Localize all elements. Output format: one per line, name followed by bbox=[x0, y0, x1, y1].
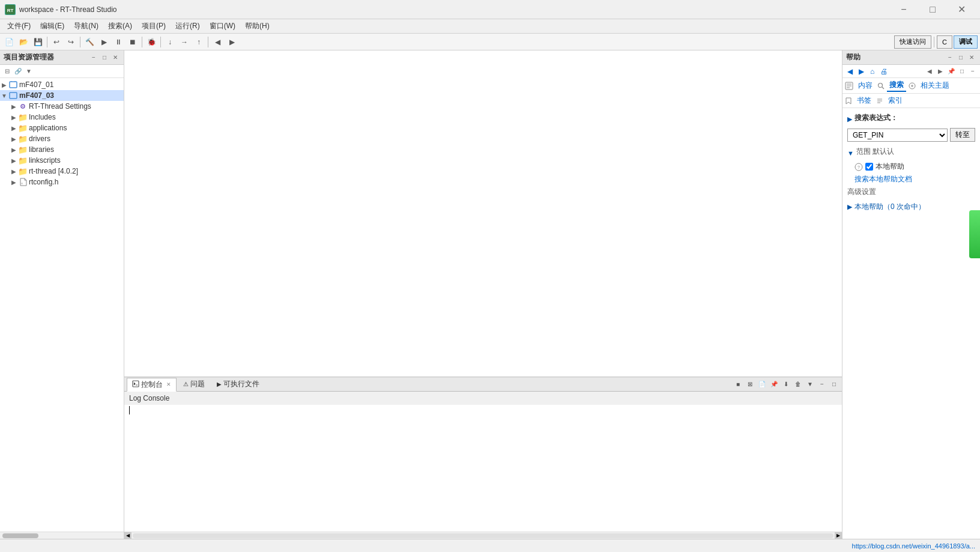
menu-edit[interactable]: 编辑(E) bbox=[35, 20, 69, 32]
console-hscroll-right[interactable]: ▶ bbox=[835, 532, 842, 539]
expand-icon-applications[interactable]: ▶ bbox=[10, 124, 18, 132]
expand-icon-includes[interactable]: ▶ bbox=[10, 113, 18, 121]
expand-icon-mf407_03[interactable]: ▼ bbox=[0, 91, 8, 100]
toolbar-step-out[interactable]: ↑ bbox=[192, 35, 205, 49]
maximize-button[interactable]: □ bbox=[919, 0, 946, 19]
panel-maximize[interactable]: □ bbox=[100, 53, 109, 62]
expand-icon-rtconfig[interactable]: ▶ bbox=[10, 178, 18, 186]
log-content-area[interactable] bbox=[124, 405, 842, 532]
console-minimize[interactable]: − bbox=[817, 379, 827, 390]
expand-icon-drivers[interactable]: ▶ bbox=[10, 135, 18, 143]
tab-console-close[interactable]: ✕ bbox=[166, 381, 171, 387]
help-nav-print[interactable]: 🖨 bbox=[878, 67, 890, 76]
toolbar-pause[interactable]: ⏸ bbox=[112, 35, 125, 49]
console-maximize[interactable]: □ bbox=[829, 379, 839, 390]
close-button[interactable]: ✕ bbox=[948, 0, 975, 19]
tree-item-rt-settings[interactable]: ▶ RT-Thread Settings bbox=[0, 101, 124, 112]
project-tree: ▶ mF407_01 ▼ mF407_03 bbox=[0, 78, 124, 532]
right-panel-close[interactable]: ✕ bbox=[967, 53, 976, 62]
console-clear[interactable]: 🗑 bbox=[793, 379, 803, 390]
menu-navigate[interactable]: 导航(N) bbox=[69, 20, 103, 32]
left-horizontal-scrollbar[interactable] bbox=[0, 532, 124, 539]
expand-icon-mf407_01[interactable]: ▶ bbox=[0, 80, 8, 89]
panel-collapse-all[interactable]: ⊟ bbox=[2, 67, 12, 76]
console-disconnect[interactable]: ⊠ bbox=[745, 379, 755, 390]
tree-item-includes[interactable]: ▶ 📁 Includes bbox=[0, 112, 124, 123]
expand-icon-rt-thread[interactable]: ▶ bbox=[10, 167, 18, 175]
help-arrow-left[interactable]: ◀ bbox=[925, 67, 934, 76]
console-hscrollbar[interactable]: ◀ ▶ bbox=[124, 532, 842, 539]
menu-search[interactable]: 搜索(A) bbox=[103, 20, 137, 32]
expand-icon-linkscripts[interactable]: ▶ bbox=[10, 156, 18, 165]
console-arrow-down[interactable]: ▼ bbox=[805, 379, 815, 390]
tab-console[interactable]: 控制台 ✕ bbox=[127, 378, 177, 392]
toolbar-debug-perspective[interactable]: 调试 bbox=[954, 35, 978, 49]
panel-link-editor[interactable]: 🔗 bbox=[13, 67, 23, 76]
help-minimize[interactable]: − bbox=[968, 67, 978, 76]
expand-icon-rt-settings[interactable]: ▶ bbox=[10, 102, 18, 111]
console-terminate[interactable]: ■ bbox=[733, 379, 743, 390]
help-btn-bookmark[interactable]: 书签 bbox=[854, 95, 874, 106]
advanced-settings-link[interactable]: 高级设置 bbox=[847, 187, 876, 196]
toolbar-build[interactable]: 🔨 bbox=[83, 35, 96, 49]
toolbar-undo[interactable]: ↩ bbox=[50, 35, 63, 49]
menu-help[interactable]: 帮助(H) bbox=[240, 20, 274, 32]
panel-minimize[interactable]: − bbox=[89, 53, 98, 62]
right-panel-maximize[interactable]: □ bbox=[956, 53, 966, 62]
console-open-file[interactable]: 📄 bbox=[757, 379, 767, 390]
toolbar-redo[interactable]: ↪ bbox=[64, 35, 77, 49]
label-applications: applications bbox=[29, 124, 67, 132]
panel-close[interactable]: ✕ bbox=[110, 53, 120, 62]
toolbar-forward[interactable]: ▶ bbox=[225, 35, 238, 49]
help-search-go-btn[interactable]: 转至 bbox=[950, 128, 975, 142]
help-search-select[interactable]: GET_PIN bbox=[847, 129, 948, 142]
toolbar-step-into[interactable]: ↓ bbox=[163, 35, 177, 49]
local-help-checkbox[interactable] bbox=[865, 163, 873, 171]
tree-item-libraries[interactable]: ▶ 📁 libraries bbox=[0, 144, 124, 155]
tree-item-applications[interactable]: ▶ 📁 applications bbox=[0, 123, 124, 133]
help-btn-index[interactable]: 索引 bbox=[886, 95, 905, 106]
help-nav-forward[interactable]: ▶ bbox=[856, 67, 867, 76]
menu-window[interactable]: 窗口(W) bbox=[205, 20, 240, 32]
help-btn-search[interactable]: 搜索 bbox=[887, 79, 906, 92]
menu-run[interactable]: 运行(R) bbox=[171, 20, 205, 32]
quick-access-button[interactable]: 快速访问 bbox=[894, 35, 931, 49]
status-right-link[interactable]: https://blog.csdn.net/weixin_44961893/a.… bbox=[852, 542, 975, 550]
panel-menu[interactable]: ▼ bbox=[24, 67, 34, 76]
search-local-docs-link[interactable]: 搜索本地帮助文档 bbox=[854, 175, 912, 183]
help-btn-related[interactable]: 相关主题 bbox=[918, 80, 952, 91]
toolbar-new[interactable]: 📄 bbox=[2, 35, 16, 49]
toolbar-debug[interactable]: 🐞 bbox=[145, 35, 158, 49]
toolbar-run[interactable]: ▶ bbox=[97, 35, 110, 49]
toolbar-save[interactable]: 💾 bbox=[31, 35, 44, 49]
help-maximize[interactable]: □ bbox=[957, 67, 967, 76]
menu-project[interactable]: 项目(P) bbox=[137, 20, 171, 32]
help-arrow-right[interactable]: ▶ bbox=[936, 67, 945, 76]
minimize-button[interactable]: − bbox=[890, 0, 918, 19]
console-hscroll-left[interactable]: ◀ bbox=[124, 532, 132, 539]
tab-executable[interactable]: ▶ 可执行文件 bbox=[211, 377, 265, 391]
help-nav-back[interactable]: ◀ bbox=[845, 67, 855, 76]
help-btn-content[interactable]: 内容 bbox=[856, 80, 875, 91]
toolbar-c-perspective[interactable]: C bbox=[937, 35, 952, 49]
tree-item-linkscripts[interactable]: ▶ 📁 linkscripts bbox=[0, 155, 124, 166]
toolbar-open[interactable]: 📂 bbox=[17, 35, 30, 49]
console-scroll[interactable]: ⬇ bbox=[781, 379, 791, 390]
tree-item-drivers[interactable]: ▶ 📁 drivers bbox=[0, 133, 124, 144]
right-panel-minimize[interactable]: − bbox=[945, 53, 955, 62]
tree-item-rt-thread[interactable]: ▶ 📁 rt-thread [4.0.2] bbox=[0, 166, 124, 177]
tab-problems[interactable]: ⚠ 问题 bbox=[178, 377, 210, 391]
help-pin[interactable]: 📌 bbox=[946, 67, 956, 76]
console-pin[interactable]: 📌 bbox=[769, 379, 779, 390]
left-panel: 项目资源管理器 − □ ✕ ⊟ 🔗 ▼ ▶ mF40 bbox=[0, 50, 124, 539]
green-side-tab[interactable] bbox=[969, 210, 980, 258]
expand-icon-libraries[interactable]: ▶ bbox=[10, 145, 18, 154]
tree-item-mf407_03[interactable]: ▼ mF407_03 bbox=[0, 90, 124, 101]
tree-item-rtconfig[interactable]: ▶ H rtconfig.h bbox=[0, 177, 124, 187]
toolbar-step-over[interactable]: → bbox=[178, 35, 191, 49]
menu-file[interactable]: 文件(F) bbox=[2, 20, 35, 32]
tree-item-mf407_01[interactable]: ▶ mF407_01 bbox=[0, 79, 124, 90]
toolbar-back[interactable]: ◀ bbox=[211, 35, 224, 49]
toolbar-stop[interactable]: ⏹ bbox=[126, 35, 139, 49]
help-nav-home[interactable]: ⌂ bbox=[868, 67, 877, 76]
